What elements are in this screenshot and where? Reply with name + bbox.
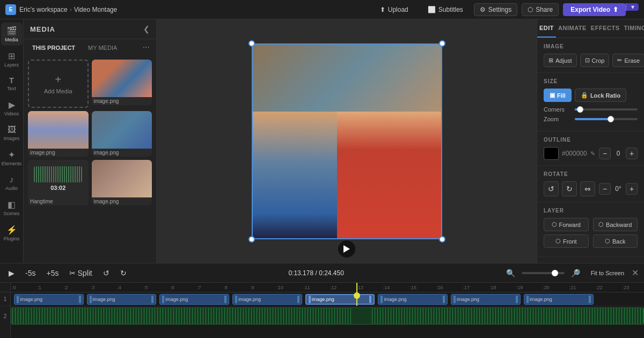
resize-handle-br[interactable] xyxy=(439,236,445,243)
settings-button[interactable]: ⚙ Settings xyxy=(474,3,517,16)
track-segment[interactable]: image.png xyxy=(524,294,594,305)
track-segment[interactable]: image.png xyxy=(451,294,521,305)
segment-label: image.png xyxy=(165,297,188,302)
track-segment[interactable]: image.png xyxy=(87,294,157,305)
sidebar-item-media[interactable]: 🎬 Media xyxy=(1,23,23,46)
workspace-name[interactable]: Eric's workspace xyxy=(19,6,68,13)
add-media-button[interactable]: + Add Media xyxy=(28,60,89,108)
forward-icon: ⬡ xyxy=(552,221,557,228)
svg-marker-0 xyxy=(343,245,350,253)
ruler-mark: :17 xyxy=(463,285,470,290)
play-button[interactable]: ▶ xyxy=(5,267,18,280)
erase-button[interactable]: ✏ Erase xyxy=(612,54,644,67)
sidebar-label-videos: Videos xyxy=(4,111,19,116)
tab-this-project[interactable]: THIS PROJECT xyxy=(28,42,79,53)
subtitles-button[interactable]: ⬜ Subtitles xyxy=(422,4,469,16)
zoom-in-icon[interactable]: 🔎 xyxy=(568,267,583,280)
tab-timing[interactable]: TIMING xyxy=(621,19,644,38)
upload-button[interactable]: ⬆ Upload xyxy=(375,4,414,16)
track-segment[interactable]: image.png xyxy=(159,294,229,305)
sidebar-item-scenes[interactable]: ◧ Scenes xyxy=(1,196,23,219)
adjust-button[interactable]: ⊞ Adjust xyxy=(544,54,577,67)
ruler-mark: :1 xyxy=(38,285,42,290)
sidebar-item-text[interactable]: T Text xyxy=(1,73,23,94)
list-item[interactable]: 03:02 Hangtime xyxy=(28,160,89,205)
rotate-cw-button[interactable]: ↻ xyxy=(562,181,577,196)
list-item[interactable]: image.png xyxy=(92,60,152,108)
track-segment[interactable]: image.png xyxy=(14,294,84,305)
rotate-ccw-button[interactable]: ↺ xyxy=(544,181,559,196)
back-button[interactable]: ⬡ Back xyxy=(593,234,638,248)
outline-decrease-button[interactable]: − xyxy=(599,148,611,159)
redo-button[interactable]: ↻ xyxy=(117,267,130,280)
zoom-slider[interactable] xyxy=(522,272,565,274)
skip-back-button[interactable]: -5s xyxy=(22,267,39,280)
lock-ratio-button[interactable]: 🔒 Lock Ratio xyxy=(575,89,626,102)
media-more-options[interactable]: ··· xyxy=(141,42,152,53)
track-segment-active[interactable]: image.png xyxy=(305,294,375,305)
settings-icon: ⚙ xyxy=(480,6,486,13)
corners-slider[interactable] xyxy=(575,108,638,111)
export-chevron[interactable]: ▾ xyxy=(626,3,639,11)
outline-increase-button[interactable]: + xyxy=(626,148,638,159)
main-area: 🎬 Media ⊞ Layers T Text ▶ Videos 🖼 Image… xyxy=(0,19,644,263)
sidebar-item-images[interactable]: 🖼 Images xyxy=(1,122,23,144)
sidebar-item-elements[interactable]: ✦ Elements xyxy=(1,146,23,170)
track-segment[interactable]: image.png xyxy=(378,294,448,305)
track-row-2 xyxy=(11,306,644,326)
export-button[interactable]: Export Video ⬆ xyxy=(563,3,626,16)
undo-button[interactable]: ↺ xyxy=(100,267,113,280)
front-button[interactable]: ⬡ Front xyxy=(544,234,589,248)
list-item[interactable]: image.png xyxy=(92,111,152,157)
forward-button[interactable]: ⬡ Forward xyxy=(544,218,589,231)
zoom-out-icon[interactable]: 🔍 xyxy=(503,267,518,280)
zoom-slider-thumb[interactable] xyxy=(552,270,558,276)
canvas-area xyxy=(157,19,537,263)
sidebar-item-audio[interactable]: ♪ Audio xyxy=(1,172,23,194)
canvas-play-button[interactable] xyxy=(338,240,355,258)
sidebar-item-videos[interactable]: ▶ Videos xyxy=(1,97,23,120)
outline-color-label: #000000 xyxy=(562,150,587,157)
outline-color-swatch[interactable] xyxy=(544,147,559,160)
timeline-close-button[interactable]: ✕ xyxy=(632,268,639,278)
sidebar-item-plugins[interactable]: ⚡ Plugins xyxy=(1,222,23,245)
zoom-slider[interactable] xyxy=(575,118,638,120)
skip-forward-button[interactable]: +5s xyxy=(43,267,62,280)
erase-icon: ✏ xyxy=(617,57,622,64)
elements-icon: ✦ xyxy=(8,150,15,160)
sidebar-item-layers[interactable]: ⊞ Layers xyxy=(1,48,23,71)
tracks-container: :0 :1 :2 :3 :4 :5 :6 :7 :8 :9 :10 :11 :1… xyxy=(11,283,644,338)
audio-track-segment[interactable] xyxy=(11,307,644,325)
tab-my-media[interactable]: MY MEDIA xyxy=(84,42,121,53)
segment-handle xyxy=(589,296,591,303)
track-segment[interactable]: image.png xyxy=(232,294,302,305)
rotate-decrease-button[interactable]: − xyxy=(599,183,611,195)
resize-handle-tl[interactable] xyxy=(248,40,255,47)
rotate-increase-button[interactable]: + xyxy=(626,183,638,195)
list-item[interactable]: image.png xyxy=(92,160,152,205)
fill-button[interactable]: ▣ Fill xyxy=(544,89,572,102)
tab-edit[interactable]: EDIT xyxy=(537,19,556,38)
resize-handle-tr[interactable] xyxy=(439,40,445,47)
project-name[interactable]: Video Montage xyxy=(74,6,118,13)
zoom-slider-thumb[interactable] xyxy=(608,116,614,122)
tab-effects[interactable]: EFFECTS xyxy=(589,19,622,38)
flip-h-button[interactable]: ⇔ xyxy=(580,181,595,196)
track-number-labels: 1 2 xyxy=(0,283,11,338)
canvas-container[interactable] xyxy=(252,43,442,239)
resize-handle-bl[interactable] xyxy=(248,236,255,243)
split-button[interactable]: ✂ Split xyxy=(66,267,95,280)
ruler-content: :0 :1 :2 :3 :4 :5 :6 :7 :8 :9 :10 :11 :1… xyxy=(11,283,644,292)
outline-value-controls: − 0 + xyxy=(599,148,638,159)
segment-label: image.png xyxy=(20,297,42,302)
segment-handle xyxy=(17,296,19,303)
tab-animate[interactable]: ANIMATE xyxy=(556,19,589,38)
backward-button[interactable]: ⬡ Backward xyxy=(593,218,638,231)
share-button[interactable]: ⬡ Share xyxy=(522,3,559,16)
list-item[interactable]: image.png xyxy=(28,111,89,157)
front-icon: ⬡ xyxy=(555,238,561,245)
fit-to-screen-button[interactable]: Fit to Screen xyxy=(588,268,627,278)
crop-button[interactable]: ⊡ Crop xyxy=(580,54,610,67)
corners-slider-thumb[interactable] xyxy=(577,106,583,113)
media-panel-close-button[interactable]: ❮ xyxy=(143,25,150,33)
